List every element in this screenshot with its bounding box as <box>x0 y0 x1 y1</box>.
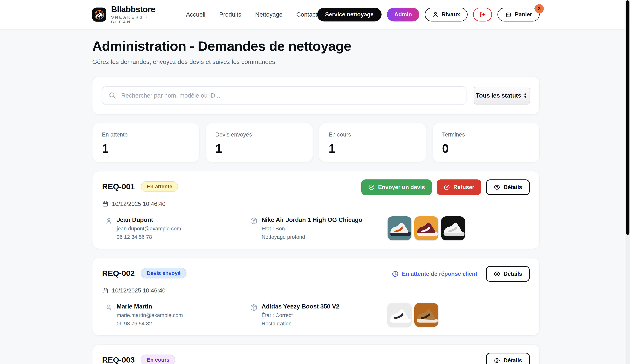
brand[interactable]: Bllabbstore SNEAKERS · CLEAN <box>92 5 160 24</box>
customer-email: marie.martin@example.com <box>117 312 183 318</box>
product-service: Restauration <box>262 321 340 327</box>
eye-icon <box>494 271 500 277</box>
refuse-label: Refuser <box>453 184 474 190</box>
stat-card-en-attente: En attente 1 <box>92 123 200 162</box>
details-label: Détails <box>504 357 522 364</box>
details-label: Détails <box>504 184 522 190</box>
service-nettoyage-button[interactable]: Service nettoyage <box>317 8 382 21</box>
check-circle-icon <box>368 184 375 190</box>
status-filter-select[interactable]: Tous les statuts <box>474 87 530 104</box>
eye-icon <box>494 357 500 364</box>
refuse-button[interactable]: Refuser <box>436 180 481 195</box>
send-quote-label: Envoyer un devis <box>378 184 425 190</box>
customer-name: Marie Martin <box>117 303 183 310</box>
sneaker-photo-thumbnail[interactable] <box>388 216 412 240</box>
nav-item-nettoyage[interactable]: Nettoyage <box>255 11 282 18</box>
cart-count-badge: 3 <box>535 4 544 13</box>
request-photos <box>388 216 530 240</box>
user-icon <box>105 304 113 311</box>
brand-text: Bllabbstore SNEAKERS · CLEAN <box>111 5 160 24</box>
stat-label: Devis envoyés <box>215 131 303 138</box>
awaiting-client-status: En attente de réponse client <box>392 270 477 277</box>
product-condition: État : Bon <box>262 226 362 232</box>
scrollbar-thumb[interactable] <box>626 0 630 235</box>
page-subtitle: Gérez les demandes, envoyez des devis et… <box>92 58 540 65</box>
package-icon <box>250 304 258 311</box>
status-filter-value: Tous les statuts <box>476 92 521 99</box>
header: Bllabbstore SNEAKERS · CLEAN Accueil Pro… <box>0 0 630 29</box>
main-nav: Accueil Produits Nettoyage Contact <box>186 11 317 18</box>
request-date: 10/12/2025 10:46:40 <box>112 287 166 294</box>
request-card-req-003: REQ-003 En cours Détails <box>92 345 540 364</box>
stat-value: 1 <box>329 142 416 156</box>
product-service: Nettoyage profond <box>262 234 362 240</box>
stat-label: En attente <box>102 131 190 138</box>
admin-requests-page: Administration - Demandes de nettoyage G… <box>92 38 540 364</box>
logout-button[interactable] <box>473 8 492 21</box>
status-badge-en-attente: En attente <box>141 181 178 192</box>
x-circle-icon <box>444 184 450 190</box>
sneaker-photo-thumbnail[interactable] <box>414 303 438 327</box>
nav-item-accueil[interactable]: Accueil <box>186 11 205 18</box>
stat-card-termines: Terminés 0 <box>432 123 540 162</box>
stat-value: 1 <box>215 142 303 156</box>
sneaker-photo-thumbnail[interactable] <box>414 216 438 240</box>
awaiting-client-label: En attente de réponse client <box>402 271 477 277</box>
nav-item-contact[interactable]: Contact <box>296 11 317 18</box>
customer-phone: 06 12 34 56 78 <box>117 234 181 240</box>
brand-name: Bllabbstore <box>111 5 160 14</box>
status-badge-en-cours: En cours <box>141 355 175 364</box>
admin-button[interactable]: Admin <box>387 8 419 21</box>
stat-value: 1 <box>102 142 190 156</box>
logout-icon <box>479 11 486 18</box>
sneaker-photo-thumbnail[interactable] <box>388 303 412 327</box>
user-icon <box>105 217 113 225</box>
product-name: Adidas Yeezy Boost 350 V2 <box>262 303 340 310</box>
cart-button[interactable]: Panier 3 <box>498 8 540 21</box>
request-id: REQ-001 <box>102 182 135 191</box>
request-id: REQ-003 <box>102 356 135 364</box>
brand-tagline: SNEAKERS · CLEAN <box>111 15 160 24</box>
request-card-req-001: REQ-001 En attente Envoyer un devis <box>92 171 540 249</box>
details-button[interactable]: Détails <box>486 353 530 364</box>
stat-value: 0 <box>442 142 530 156</box>
select-updown-arrows-icon <box>523 92 528 99</box>
details-button[interactable]: Détails <box>486 180 530 195</box>
request-date: 10/12/2025 10:46:40 <box>112 200 166 207</box>
request-card-req-002: REQ-002 Devis envoyé En attente de répon… <box>92 258 540 336</box>
eye-icon <box>494 184 500 190</box>
calendar-icon <box>102 201 109 207</box>
product-info: Nike Air Jordan 1 High OG Chicago État :… <box>245 216 388 240</box>
stat-card-en-cours: En cours 1 <box>319 123 426 162</box>
shopping-bag-icon <box>505 11 512 18</box>
product-name: Nike Air Jordan 1 High OG Chicago <box>262 216 362 223</box>
page-scrollbar <box>626 0 630 364</box>
package-icon <box>250 217 258 225</box>
search-icon <box>108 92 116 100</box>
details-label: Détails <box>504 271 522 277</box>
search-input[interactable] <box>102 86 466 105</box>
sneaker-photo-thumbnail[interactable] <box>441 216 465 240</box>
user-icon <box>432 11 439 18</box>
send-quote-button[interactable]: Envoyer un devis <box>361 180 432 195</box>
nav-item-produits[interactable]: Produits <box>219 11 241 18</box>
rivaux-button-label: Rivaux <box>442 11 460 18</box>
customer-phone: 06 98 76 54 32 <box>117 321 183 327</box>
rivaux-account-button[interactable]: Rivaux <box>425 8 468 21</box>
header-actions: Service nettoyage Admin Rivaux <box>317 8 540 21</box>
page-title: Administration - Demandes de nettoyage <box>92 38 540 54</box>
request-photos <box>388 303 530 327</box>
stat-label: En cours <box>329 131 416 138</box>
customer-name: Jean Dupont <box>117 216 181 223</box>
calendar-icon <box>102 287 109 294</box>
stats-row: En attente 1 Devis envoyés 1 En cours 1 … <box>92 123 540 162</box>
customer-info: Jean Dupont jean.dupont@example.com 06 1… <box>102 216 245 240</box>
stat-card-devis-envoyes: Devis envoyés 1 <box>206 123 313 162</box>
details-button[interactable]: Détails <box>486 266 530 282</box>
product-info: Adidas Yeezy Boost 350 V2 État : Correct… <box>245 303 388 327</box>
status-badge-devis-envoye: Devis envoyé <box>141 268 186 278</box>
cart-button-label: Panier <box>515 11 532 18</box>
stat-label: Terminés <box>442 131 530 138</box>
filter-bar: Tous les statuts <box>92 77 540 115</box>
customer-email: jean.dupont@example.com <box>117 226 181 232</box>
